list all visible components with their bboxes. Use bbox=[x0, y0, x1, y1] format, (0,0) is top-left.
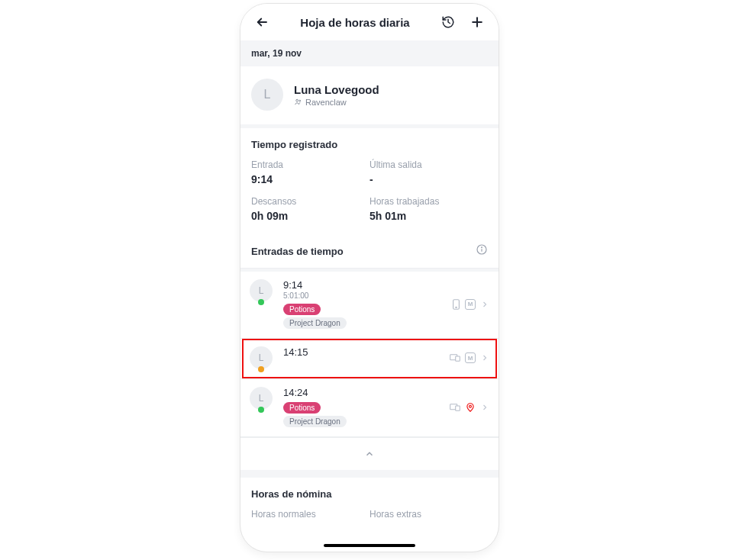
registered-grid: Entrada 9:14 Última salida - Descansos 0… bbox=[240, 158, 499, 234]
avatar: L bbox=[251, 79, 283, 111]
entries-header: Entradas de tiempo bbox=[240, 234, 499, 269]
salida-value: - bbox=[370, 173, 488, 185]
entries-title: Entradas de tiempo bbox=[251, 246, 344, 257]
entry-duration: 5:01:00 bbox=[283, 291, 452, 300]
project-tag: Project Dragon bbox=[283, 416, 347, 427]
date-bar: mar, 19 nov bbox=[240, 40, 499, 66]
entrada-value: 9:14 bbox=[251, 173, 370, 185]
time-entry[interactable]: L 14:24 Potions Project Dragon bbox=[240, 379, 499, 437]
location-pin-icon bbox=[465, 402, 476, 413]
svg-point-7 bbox=[482, 247, 482, 248]
payroll-title: Horas de nómina bbox=[251, 488, 488, 500]
status-dot-orange bbox=[258, 366, 264, 372]
home-indicator bbox=[324, 544, 415, 547]
device-icon bbox=[450, 403, 460, 412]
entrada-label: Entrada bbox=[251, 159, 370, 170]
registered-title: Tiempo registrado bbox=[240, 128, 499, 158]
entry-avatar: L bbox=[250, 346, 273, 369]
svg-point-4 bbox=[299, 100, 301, 101]
profile-card: L Luna Lovegood Ravenclaw bbox=[240, 66, 499, 128]
chevron-right-icon bbox=[480, 353, 489, 362]
time-entry[interactable]: L 14:15 M bbox=[240, 339, 499, 379]
device-icon bbox=[450, 353, 460, 362]
descansos-label: Descansos bbox=[251, 196, 370, 207]
svg-rect-13 bbox=[456, 405, 460, 410]
m-badge: M bbox=[465, 352, 476, 363]
trabajadas-label: Horas trabajadas bbox=[370, 196, 488, 207]
status-dot-green bbox=[258, 407, 264, 413]
add-button[interactable] bbox=[466, 11, 488, 33]
status-dot-green bbox=[258, 299, 264, 305]
chevron-right-icon bbox=[480, 300, 489, 309]
normal-hours-label: Horas normales bbox=[251, 509, 370, 520]
entry-time: 14:15 bbox=[283, 346, 450, 358]
history-button[interactable] bbox=[437, 11, 459, 33]
entry-time: 9:14 bbox=[283, 279, 452, 291]
svg-point-9 bbox=[456, 307, 457, 307]
time-entry[interactable]: L 9:14 5:01:00 Potions Project Dragon M bbox=[240, 272, 499, 339]
m-badge: M bbox=[465, 299, 476, 310]
app-header: Hoja de horas diaria bbox=[240, 4, 499, 40]
entry-avatar: L bbox=[250, 387, 273, 410]
chevron-right-icon bbox=[480, 403, 489, 412]
profile-name: Luna Lovegood bbox=[294, 83, 379, 96]
svg-point-14 bbox=[470, 405, 472, 407]
trabajadas-value: 5h 01m bbox=[370, 210, 488, 222]
page-title: Hoja de horas diaria bbox=[300, 16, 409, 29]
back-button[interactable] bbox=[251, 11, 273, 33]
entry-avatar: L bbox=[250, 279, 273, 302]
activity-tag: Potions bbox=[283, 402, 321, 414]
profile-team: Ravenclaw bbox=[294, 98, 379, 107]
payroll-section: Horas de nómina Horas normales Horas ext… bbox=[240, 470, 499, 524]
phone-icon bbox=[452, 299, 460, 310]
chevron-up-icon bbox=[364, 449, 375, 459]
project-tag: Project Dragon bbox=[283, 317, 347, 329]
svg-rect-11 bbox=[456, 356, 460, 361]
collapse-toggle[interactable] bbox=[240, 437, 499, 470]
entry-time: 14:24 bbox=[283, 387, 450, 398]
svg-point-3 bbox=[296, 99, 299, 101]
extra-hours-label: Horas extras bbox=[370, 509, 488, 520]
descansos-value: 0h 09m bbox=[251, 210, 370, 222]
salida-label: Última salida bbox=[370, 159, 488, 170]
info-icon[interactable] bbox=[476, 243, 488, 259]
activity-tag: Potions bbox=[283, 304, 321, 315]
